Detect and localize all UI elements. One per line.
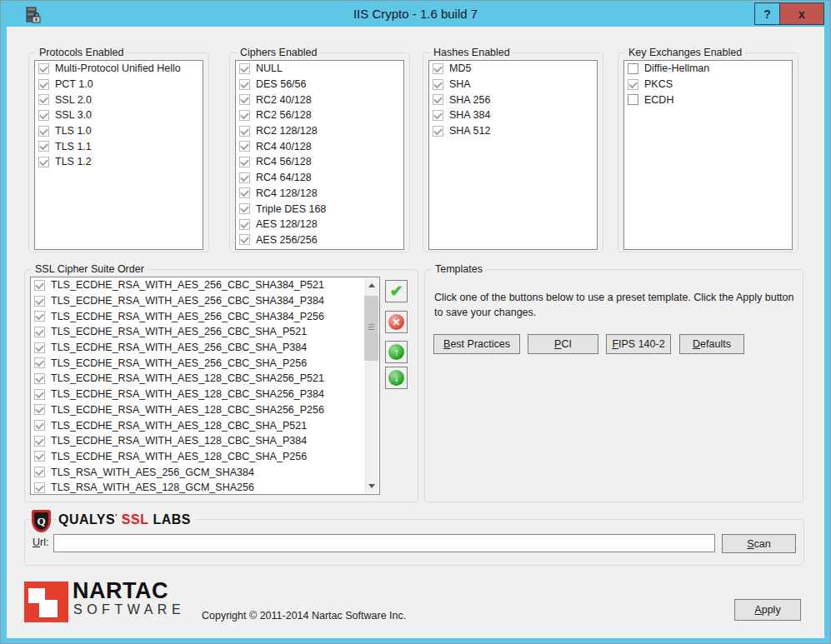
checkbox[interactable]: [628, 94, 638, 105]
checkbox[interactable]: [34, 482, 45, 493]
client-area: Protocols Enabled Multi-Protocol Unified…: [7, 27, 824, 638]
list-item[interactable]: TLS_ECDHE_RSA_WITH_AES_256_CBC_SHA_P256: [31, 355, 379, 371]
checkbox[interactable]: [433, 94, 443, 105]
checkbox[interactable]: [34, 311, 45, 322]
checkbox[interactable]: [433, 63, 443, 74]
cipher-order-list[interactable]: TLS_ECDHE_RSA_WITH_AES_256_CBC_SHA384_P5…: [30, 277, 380, 495]
checkbox[interactable]: [34, 327, 45, 337]
checkbox[interactable]: [34, 467, 45, 477]
close-button[interactable]: x: [779, 3, 823, 24]
checkbox-label: RC4 128/128: [256, 187, 318, 199]
checkbox[interactable]: [34, 404, 45, 415]
checkbox[interactable]: [34, 280, 45, 291]
checkbox-label: TLS_ECDHE_RSA_WITH_AES_256_CBC_SHA384_P2…: [51, 311, 324, 322]
thumb-grip-icon: [368, 324, 374, 325]
group-ciphers: Ciphers Enabled NULL DES 56/56: [229, 52, 410, 252]
list-item[interactable]: TLS_ECDHE_RSA_WITH_AES_256_CBC_SHA384_P3…: [31, 293, 379, 309]
checkbox-label: TLS_RSA_WITH_AES_128_GCM_SHA256: [51, 482, 254, 493]
checkbox[interactable]: [239, 203, 250, 214]
checkbox[interactable]: [628, 63, 638, 74]
pci-button[interactable]: PCI: [528, 334, 598, 354]
ciphers-list[interactable]: NULL DES 56/56 RC2 40/128 RC2 56: [235, 60, 404, 250]
checkbox[interactable]: [34, 389, 45, 400]
checkbox[interactable]: [239, 234, 250, 245]
checkbox[interactable]: [38, 141, 49, 152]
enable-all-button[interactable]: ✔: [385, 280, 408, 302]
checkbox[interactable]: [34, 342, 45, 353]
list-item: DES 56/56: [236, 77, 403, 92]
checkbox[interactable]: [628, 79, 638, 90]
checkbox[interactable]: [239, 219, 250, 230]
hashes-list[interactable]: MD5 SHA SHA 256 SHA 384: [428, 60, 598, 250]
scan-button[interactable]: Scan: [722, 534, 796, 553]
checkbox[interactable]: [34, 373, 45, 384]
checkbox[interactable]: [34, 357, 45, 368]
checkbox[interactable]: [433, 110, 443, 121]
checkbox[interactable]: [239, 187, 250, 198]
checkbox[interactable]: [38, 157, 49, 167]
move-down-button[interactable]: ↓: [385, 367, 408, 389]
checkbox[interactable]: [239, 157, 250, 167]
list-item[interactable]: TLS_RSA_WITH_AES_128_GCM_SHA256: [31, 480, 379, 495]
list-item: MD5: [429, 61, 597, 77]
list-item[interactable]: TLS_ECDHE_RSA_WITH_AES_256_CBC_SHA384_P5…: [31, 277, 379, 293]
group-cipher-order-title: SSL Cipher Suite Order: [32, 263, 148, 275]
checkbox[interactable]: [239, 110, 250, 121]
checkbox[interactable]: [38, 110, 49, 121]
list-item[interactable]: TLS_ECDHE_RSA_WITH_AES_128_CBC_SHA_P384: [31, 433, 379, 449]
list-item: SHA 512: [429, 123, 597, 139]
checkbox[interactable]: [34, 296, 45, 307]
checkbox[interactable]: [38, 79, 49, 90]
copyright-text: Copyright © 2011-2014 Nartac Software In…: [202, 610, 406, 622]
scroll-up-icon[interactable]: [364, 278, 378, 292]
checkbox[interactable]: [38, 126, 49, 137]
list-item[interactable]: TLS_ECDHE_RSA_WITH_AES_128_CBC_SHA_P256: [31, 449, 379, 465]
checkbox-label: TLS_ECDHE_RSA_WITH_AES_128_CBC_SHA_P384: [51, 435, 307, 447]
checkbox-label: PCT 1.0: [55, 78, 93, 90]
checkbox[interactable]: [239, 79, 250, 90]
checkbox[interactable]: [34, 451, 45, 462]
checkbox[interactable]: [38, 63, 49, 74]
url-input[interactable]: [53, 534, 715, 552]
list-item: RC4 128/128: [236, 186, 403, 202]
scrollbar[interactable]: [364, 278, 378, 493]
protocols-list[interactable]: Multi-Protocol Unified Hello PCT 1.0 SSL…: [34, 60, 203, 250]
list-item[interactable]: TLS_ECDHE_RSA_WITH_AES_128_CBC_SHA256_P5…: [31, 371, 379, 387]
caption-buttons: ? x: [754, 2, 824, 25]
checkbox-label: ECDH: [644, 94, 673, 106]
defaults-button[interactable]: Defaults: [679, 334, 744, 354]
key-exchanges-list[interactable]: Diffie-Hellman PKCS ECDH: [623, 60, 793, 250]
checkbox-label: RC4 64/128: [256, 172, 312, 183]
checkbox-label: AES 256/256: [256, 234, 318, 246]
checkbox[interactable]: [239, 172, 250, 183]
checkbox[interactable]: [433, 79, 443, 90]
list-item[interactable]: TLS_ECDHE_RSA_WITH_AES_256_CBC_SHA_P384: [31, 340, 379, 356]
help-button[interactable]: ?: [755, 3, 779, 24]
checkbox-label: TLS_ECDHE_RSA_WITH_AES_128_CBC_SHA256_P5…: [51, 372, 324, 384]
list-item[interactable]: TLS_ECDHE_RSA_WITH_AES_128_CBC_SHA256_P3…: [31, 387, 379, 402]
list-item[interactable]: TLS_ECDHE_RSA_WITH_AES_256_CBC_SHA384_P2…: [31, 308, 379, 324]
title-bar[interactable]: IIS Crypto - 1.6 build 7 ? x: [2, 2, 829, 27]
list-item[interactable]: TLS_RSA_WITH_AES_256_GCM_SHA384: [31, 464, 379, 480]
scrollbar-thumb[interactable]: [364, 296, 378, 361]
apply-button[interactable]: Apply: [734, 599, 801, 621]
checkbox[interactable]: [239, 63, 250, 74]
group-key-exchanges: Key Exchanges Enabled Diffie-Hellman PKC…: [618, 52, 798, 252]
list-item[interactable]: TLS_ECDHE_RSA_WITH_AES_128_CBC_SHA_P521: [31, 417, 379, 433]
group-protocols: Protocols Enabled Multi-Protocol Unified…: [28, 52, 209, 252]
checkbox[interactable]: [34, 436, 45, 447]
list-item[interactable]: TLS_ECDHE_RSA_WITH_AES_256_CBC_SHA_P521: [31, 324, 379, 340]
checkbox[interactable]: [34, 420, 45, 431]
scroll-down-icon[interactable]: [364, 479, 378, 493]
checkbox[interactable]: [239, 94, 250, 105]
checkbox[interactable]: [239, 126, 250, 137]
disable-all-button[interactable]: ✕: [385, 311, 408, 333]
fips-140-2-button[interactable]: FIPS 140-2: [606, 334, 671, 354]
list-item: PKCS: [624, 77, 792, 92]
checkbox[interactable]: [433, 126, 443, 137]
best-practices-button[interactable]: Best Practices: [433, 334, 520, 354]
list-item[interactable]: TLS_ECDHE_RSA_WITH_AES_128_CBC_SHA256_P2…: [31, 402, 379, 418]
checkbox[interactable]: [239, 141, 250, 152]
move-up-button[interactable]: ↑: [385, 341, 408, 363]
checkbox[interactable]: [38, 94, 49, 105]
